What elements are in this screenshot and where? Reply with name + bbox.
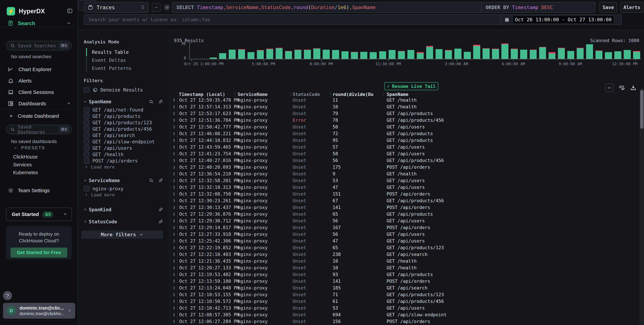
histogram-bucket[interactable] — [256, 43, 265, 59]
histogram-bucket[interactable] — [284, 43, 293, 59]
histogram-bucket[interactable] — [265, 43, 274, 59]
chevron-right-icon[interactable] — [83, 220, 89, 224]
get-started-toggle[interactable]: Get Started 3/3 — [6, 208, 72, 221]
search-icon[interactable] — [149, 178, 154, 183]
scrollbar[interactable] — [640, 88, 644, 325]
histogram-bucket[interactable] — [218, 43, 227, 59]
histogram-bucket[interactable] — [500, 43, 510, 59]
filter-group-header[interactable]: StatusCode — [83, 218, 163, 225]
filter-checkbox[interactable] — [84, 120, 90, 125]
histogram-bucket[interactable] — [462, 43, 472, 59]
row-expand-chevron[interactable]: ❯ — [172, 98, 177, 102]
denoise-results-option[interactable]: Denoise Results — [84, 86, 163, 94]
table-row[interactable]: ❯Oct 27 12:13:59.180 PMnginx-proxyUnset1… — [172, 278, 639, 285]
histogram-bucket[interactable] — [453, 43, 462, 59]
column-header-status[interactable]: StatusCode — [289, 92, 326, 97]
sidebar-item-client-sessions[interactable]: Client Sessions — [0, 86, 78, 98]
row-expand-chevron[interactable]: ❯ — [172, 265, 177, 270]
filter-checkbox[interactable] — [84, 139, 90, 145]
histogram-bucket[interactable] — [528, 43, 538, 59]
filter-item[interactable]: GET /api/users — [84, 145, 163, 151]
analysis-option-event-patterns[interactable]: Event Patterns — [86, 64, 163, 72]
get-started-free-button[interactable]: Get Started for Free — [10, 248, 68, 258]
table-row[interactable]: ❯Oct 27 12:40:20.093 PMnginx-proxyUnset1… — [172, 164, 639, 170]
histogram-bucket[interactable] — [274, 43, 284, 59]
histogram-bucket[interactable] — [538, 43, 547, 59]
row-expand-chevron[interactable]: ❯ — [172, 205, 177, 210]
time-range-picker[interactable]: Oct 26 13:00:00 - Oct 27 13:00:00 — [500, 14, 622, 25]
histogram-bucket[interactable] — [246, 43, 256, 59]
sidebar-item-team-settings[interactable]: Team Settings — [8, 188, 50, 194]
histogram-bucket[interactable] — [566, 43, 576, 59]
table-row[interactable]: ❯Oct 27 12:08:57.305 PMnginx-proxyUnset6… — [172, 311, 639, 318]
histogram-bucket[interactable] — [594, 43, 604, 59]
table-row[interactable]: ❯Oct 27 12:19:53.482 PMnginx-proxyUnset9… — [172, 271, 639, 278]
table-row[interactable]: ❯Oct 27 12:51:36.784 PMnginx-proxyError7… — [172, 117, 639, 123]
user-menu[interactable]: D dominic.tran@clic... dominic.tran@clic… — [3, 303, 75, 319]
column-resize-handle[interactable] — [290, 92, 291, 97]
table-row[interactable]: ❯Oct 27 12:21:36.435 PMnginx-proxyUnset1… — [172, 258, 639, 264]
table-row[interactable]: ❯Oct 27 12:53:17.623 PMnginx-proxyUnset7… — [172, 110, 639, 117]
table-row[interactable]: ❯Oct 27 12:59:35.478 PMnginx-proxyUnset1… — [172, 97, 639, 103]
row-expand-chevron[interactable]: ❯ — [172, 225, 177, 230]
column-header-svc[interactable]: ServiceName — [236, 92, 289, 97]
table-row[interactable]: ❯Oct 27 12:32:58.201 PMnginx-proxyUnset5… — [172, 177, 639, 184]
table-row[interactable]: ❯Oct 27 12:50:42.777 PMnginx-proxyUnset5… — [172, 123, 639, 130]
row-expand-chevron[interactable]: ❯ — [172, 124, 177, 129]
row-expand-chevron[interactable]: ❯ — [172, 232, 177, 237]
table-row[interactable]: ❯Oct 27 12:43:59.465 PMnginx-proxyUnset5… — [172, 144, 639, 150]
row-expand-chevron[interactable]: ❯ — [172, 312, 177, 317]
pin-icon[interactable] — [158, 219, 163, 224]
row-expand-chevron[interactable]: ❯ — [172, 158, 177, 163]
table-row[interactable]: ❯Oct 27 12:30:13.437 PMnginx-proxyUnset1… — [172, 204, 639, 211]
row-expand-chevron[interactable]: ❯ — [172, 279, 177, 284]
histogram-bucket[interactable] — [368, 43, 378, 59]
table-row[interactable]: ❯Oct 27 12:27:33.918 PMnginx-proxyUnset5… — [172, 231, 639, 238]
filter-item[interactable]: GET /api/search — [84, 132, 163, 139]
column-header-span[interactable]: SpanName — [373, 92, 639, 97]
download-icon[interactable] — [630, 84, 637, 91]
histogram-bucket[interactable] — [472, 43, 482, 59]
filter-checkbox[interactable] — [84, 126, 90, 132]
table-row[interactable]: ❯Oct 27 12:10:42.713 PMnginx-proxyUnset5… — [172, 305, 639, 311]
row-expand-chevron[interactable]: ❯ — [172, 131, 177, 136]
histogram-bucket[interactable] — [632, 43, 641, 59]
histogram-bucket[interactable] — [556, 43, 566, 59]
sidebar-item-alerts[interactable]: Alerts — [0, 75, 78, 86]
row-expand-chevron[interactable]: ❯ — [172, 185, 177, 190]
column-header-ts[interactable]: Timestamp (Local) — [177, 91, 236, 97]
table-row[interactable]: ❯Oct 27 12:41:23.754 PMnginx-proxyUnset5… — [172, 150, 639, 157]
view-source-button[interactable]: <> — [605, 83, 614, 92]
row-expand-chevron[interactable]: ❯ — [172, 171, 177, 176]
histogram-bucket[interactable] — [519, 43, 528, 59]
row-expand-chevron[interactable]: ❯ — [172, 198, 177, 203]
filter-item[interactable]: GET /api/products/456 — [84, 126, 163, 132]
search-icon[interactable] — [149, 99, 154, 104]
filter-item[interactable]: POST /api/orders — [84, 158, 163, 164]
filter-checkbox[interactable] — [84, 132, 90, 138]
row-expand-chevron[interactable]: ❯ — [172, 292, 177, 297]
filter-item[interactable]: GET /api/slow-endpoint — [84, 139, 163, 145]
table-row[interactable]: ❯Oct 27 12:32:18.313 PMnginx-proxyUnset4… — [172, 184, 639, 191]
column-resize-handle[interactable] — [234, 92, 235, 97]
order-by-input[interactable]: ORDER BY Timestamp DESC — [481, 2, 595, 13]
histogram-bucket[interactable] — [510, 43, 519, 59]
table-row[interactable]: ❯Oct 27 12:29:30.712 PMnginx-proxyUnset5… — [172, 217, 639, 224]
row-expand-chevron[interactable]: ❯ — [172, 192, 177, 196]
help-button[interactable]: ? — [3, 291, 12, 300]
row-expand-chevron[interactable]: ❯ — [172, 259, 177, 263]
event-search-input[interactable]: Search your events w/ Lucene ex. column:… — [84, 14, 574, 25]
histogram-bucket[interactable] — [613, 43, 622, 59]
filter-item[interactable]: nginx-proxy — [84, 185, 163, 192]
table-row[interactable]: ❯Oct 27 12:29:14.817 PMnginx-proxyUnset1… — [172, 224, 639, 231]
alerts-button[interactable]: Alerts — [620, 2, 643, 13]
preset-link-kubernetes[interactable]: Kubernetes — [13, 169, 38, 177]
histogram-bucket[interactable] — [434, 43, 444, 59]
row-expand-chevron[interactable]: ❯ — [172, 165, 177, 169]
histogram-bucket[interactable] — [416, 43, 425, 59]
source-selector[interactable]: Traces — [84, 2, 148, 13]
analysis-option-event-deltas[interactable]: Event Deltas — [86, 56, 163, 64]
code-view-button[interactable]: <> — [152, 3, 160, 12]
histogram-bucket[interactable] — [378, 43, 387, 59]
more-filters-button[interactable]: More filters — [82, 230, 163, 239]
